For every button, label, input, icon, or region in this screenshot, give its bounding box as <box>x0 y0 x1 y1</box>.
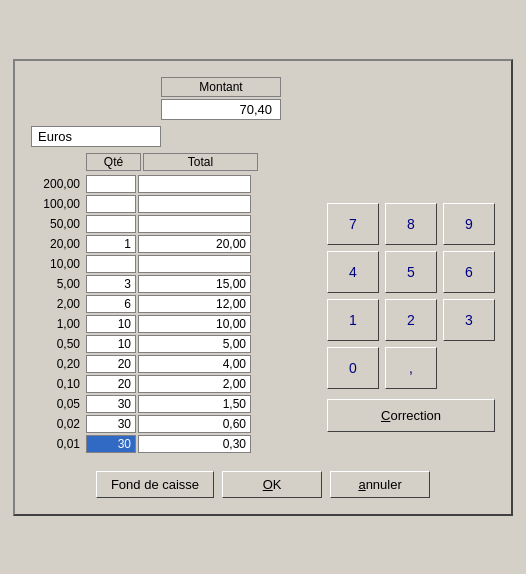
table-row: 0,05 <box>31 395 315 413</box>
qty-input[interactable] <box>86 355 136 373</box>
denom-label: 0,02 <box>31 417 86 431</box>
table-row: 0,10 <box>31 375 315 393</box>
total-input[interactable] <box>138 175 251 193</box>
total-input[interactable] <box>138 355 251 373</box>
table-row: 50,00 <box>31 215 315 233</box>
qty-header: Qté <box>86 153 141 171</box>
annuler-button[interactable]: annuler <box>330 471 430 498</box>
denom-label: 100,00 <box>31 197 86 211</box>
numpad: 7894561230, <box>327 203 495 389</box>
bottom-buttons: Fond de caisse OK annuler <box>31 471 495 498</box>
qty-input[interactable] <box>86 315 136 333</box>
denom-label: 0,20 <box>31 357 86 371</box>
qty-input[interactable] <box>86 415 136 433</box>
qty-input[interactable] <box>86 175 136 193</box>
euros-row <box>31 126 495 147</box>
qty-input[interactable] <box>86 195 136 213</box>
table-row: 1,00 <box>31 315 315 333</box>
denom-label: 10,00 <box>31 257 86 271</box>
correction-button[interactable]: Correction <box>327 399 495 432</box>
ok-button[interactable]: OK <box>222 471 322 498</box>
total-input[interactable] <box>138 215 251 233</box>
numpad-btn-4[interactable]: 4 <box>327 251 379 293</box>
numpad-btn-8[interactable]: 8 <box>385 203 437 245</box>
table-row: 20,00 <box>31 235 315 253</box>
total-input[interactable] <box>138 415 251 433</box>
total-input[interactable] <box>138 275 251 293</box>
denom-label: 0,50 <box>31 337 86 351</box>
montant-label: Montant <box>161 77 281 97</box>
table-row: 0,02 <box>31 415 315 433</box>
denom-label: 2,00 <box>31 297 86 311</box>
table-row: 200,00 <box>31 175 315 193</box>
total-input[interactable] <box>138 435 251 453</box>
total-input[interactable] <box>138 195 251 213</box>
table-row: 5,00 <box>31 275 315 293</box>
numpad-btn-9[interactable]: 9 <box>443 203 495 245</box>
qty-input[interactable] <box>86 275 136 293</box>
denom-label: 1,00 <box>31 317 86 331</box>
numpad-btn-1[interactable]: 1 <box>327 299 379 341</box>
qty-input[interactable] <box>86 295 136 313</box>
qty-input[interactable] <box>86 215 136 233</box>
total-input[interactable] <box>138 255 251 273</box>
total-input[interactable] <box>138 395 251 413</box>
annuler-label: annuler <box>358 477 401 492</box>
denom-label: 0,01 <box>31 437 86 451</box>
main-area: 200,00100,0050,0020,0010,005,002,001,000… <box>31 175 495 455</box>
denom-label: 0,10 <box>31 377 86 391</box>
qty-input[interactable] <box>86 395 136 413</box>
total-input[interactable] <box>138 315 251 333</box>
table-row: 2,00 <box>31 295 315 313</box>
denom-label: 0,05 <box>31 397 86 411</box>
right-section: 7894561230, Correction <box>327 203 495 455</box>
table-row: 0,20 <box>31 355 315 373</box>
qty-input[interactable] <box>86 335 136 353</box>
left-section: 200,00100,0050,0020,0010,005,002,001,000… <box>31 175 315 455</box>
euros-input[interactable] <box>31 126 161 147</box>
numpad-btn-5[interactable]: 5 <box>385 251 437 293</box>
denom-label: 200,00 <box>31 177 86 191</box>
denom-label: 50,00 <box>31 217 86 231</box>
table-row: 100,00 <box>31 195 315 213</box>
table-row: 0,01 <box>31 435 315 453</box>
denom-label: 5,00 <box>31 277 86 291</box>
denom-label: 20,00 <box>31 237 86 251</box>
numpad-btn-3[interactable]: 3 <box>443 299 495 341</box>
main-dialog: Montant 70,40 Qté Total 200,00100,0050,0… <box>13 59 513 516</box>
numpad-btn-comma[interactable]: , <box>385 347 437 389</box>
total-input[interactable] <box>138 375 251 393</box>
fond-de-caisse-button[interactable]: Fond de caisse <box>96 471 214 498</box>
numpad-btn-6[interactable]: 6 <box>443 251 495 293</box>
numpad-btn-2[interactable]: 2 <box>385 299 437 341</box>
total-header: Total <box>143 153 258 171</box>
qty-input[interactable] <box>86 255 136 273</box>
total-input[interactable] <box>138 295 251 313</box>
qty-input[interactable] <box>86 235 136 253</box>
table-header: Qté Total <box>31 153 495 171</box>
numpad-btn-0[interactable]: 0 <box>327 347 379 389</box>
total-input[interactable] <box>138 335 251 353</box>
qty-input[interactable] <box>86 375 136 393</box>
table-row: 10,00 <box>31 255 315 273</box>
numpad-btn-7[interactable]: 7 <box>327 203 379 245</box>
total-input[interactable] <box>138 235 251 253</box>
table-row: 0,50 <box>31 335 315 353</box>
montant-value: 70,40 <box>161 99 281 120</box>
qty-input[interactable] <box>86 435 136 453</box>
